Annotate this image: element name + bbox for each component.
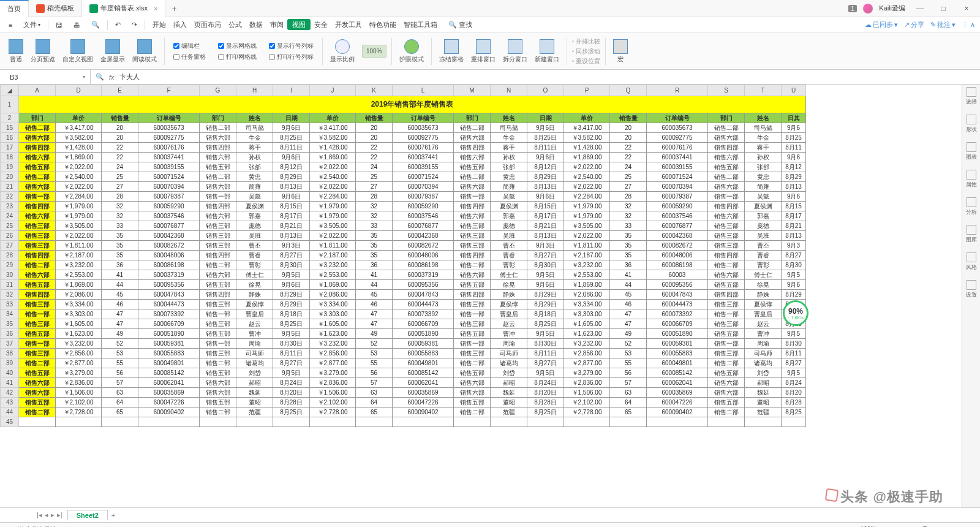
menu-item[interactable]: 视图 bbox=[287, 19, 311, 30]
data-cell[interactable]: ￥1,979.00 bbox=[310, 202, 356, 211]
data-cell[interactable]: 600049801 bbox=[138, 358, 200, 368]
data-cell[interactable]: ￥1,506.00 bbox=[310, 388, 356, 398]
data-cell[interactable]: 销售三部 bbox=[200, 300, 236, 309]
maximize-button[interactable]: □ bbox=[935, 4, 952, 13]
data-cell[interactable]: 销售二部 bbox=[19, 260, 56, 270]
header-cell[interactable]: 销售量 bbox=[356, 113, 393, 123]
data-cell[interactable]: 41 bbox=[102, 270, 138, 280]
data-cell[interactable]: 蒋干 bbox=[491, 143, 527, 153]
data-cell[interactable]: 8月18日 bbox=[527, 309, 564, 319]
data-cell[interactable]: ￥3,334.00 bbox=[56, 300, 102, 309]
data-cell[interactable]: ￥1,623.00 bbox=[310, 329, 356, 339]
data-cell[interactable]: 600070394 bbox=[647, 182, 708, 192]
data-cell[interactable]: 周瑜 bbox=[491, 339, 527, 349]
row-header[interactable]: 32 bbox=[1, 290, 19, 300]
data-cell[interactable]: 销售三部 bbox=[19, 319, 56, 329]
data-cell[interactable]: 销售六部 bbox=[19, 153, 56, 162]
data-cell[interactable]: 曹彰 bbox=[745, 260, 782, 270]
data-cell[interactable]: 夏侯渊 bbox=[745, 202, 782, 211]
row-header[interactable]: 15 bbox=[1, 123, 19, 133]
data-cell[interactable] bbox=[138, 417, 200, 427]
sheet-nav-prev[interactable]: ◂ bbox=[45, 511, 48, 519]
eye-protect[interactable]: 护眼模式 bbox=[397, 39, 426, 64]
data-cell[interactable]: 销售六部 bbox=[19, 270, 56, 280]
data-cell[interactable]: 司马师 bbox=[491, 349, 527, 358]
data-cell[interactable]: 600035673 bbox=[647, 123, 708, 133]
row-header[interactable]: 37 bbox=[1, 339, 19, 349]
row-header[interactable]: 21 bbox=[1, 182, 19, 192]
data-cell[interactable]: 55 bbox=[356, 358, 393, 368]
data-cell[interactable]: 32 bbox=[610, 202, 647, 211]
data-cell[interactable]: 9月5日 bbox=[273, 270, 310, 280]
data-cell[interactable]: 32 bbox=[102, 211, 138, 221]
preview-icon[interactable]: 🔍 bbox=[88, 20, 104, 30]
data-cell[interactable]: 8月25日 bbox=[527, 319, 564, 329]
data-cell[interactable]: 600049801 bbox=[647, 358, 708, 368]
data-cell[interactable]: 8月21 bbox=[782, 221, 806, 231]
data-cell[interactable]: ￥3,303.00 bbox=[564, 309, 610, 319]
data-cell[interactable]: 9月3日 bbox=[527, 241, 564, 251]
data-cell[interactable]: ￥1,811.00 bbox=[564, 241, 610, 251]
data-cell[interactable]: ￥2,284.00 bbox=[310, 192, 356, 202]
data-cell[interactable]: 销售六部 bbox=[454, 270, 491, 280]
data-cell[interactable] bbox=[610, 417, 647, 427]
data-cell[interactable]: 35 bbox=[610, 231, 647, 241]
data-cell[interactable]: 35 bbox=[356, 251, 393, 260]
data-cell[interactable]: 56 bbox=[356, 368, 393, 378]
data-cell[interactable]: 600055883 bbox=[138, 349, 200, 358]
data-cell[interactable]: 简雍 bbox=[491, 182, 527, 192]
header-cell[interactable]: 日期 bbox=[527, 113, 564, 123]
data-cell[interactable]: 销售一部 bbox=[200, 339, 236, 349]
data-cell[interactable]: 销售五部 bbox=[200, 368, 236, 378]
data-cell[interactable]: 9月5日 bbox=[273, 368, 310, 378]
column-header[interactable]: O bbox=[527, 85, 564, 96]
data-cell[interactable]: ￥2,022.00 bbox=[56, 231, 102, 241]
data-cell[interactable]: ￥1,428.00 bbox=[56, 143, 102, 153]
data-cell[interactable]: 司马师 bbox=[236, 349, 273, 358]
row-header[interactable]: 45 bbox=[1, 417, 19, 427]
data-cell[interactable]: ￥1,623.00 bbox=[56, 329, 102, 339]
data-cell[interactable]: 24 bbox=[102, 162, 138, 172]
data-cell[interactable]: 600076877 bbox=[393, 221, 454, 231]
window-button[interactable]: 冻结窗格 bbox=[437, 39, 466, 64]
data-cell[interactable]: 销售四部 bbox=[200, 202, 236, 211]
data-cell[interactable]: 44 bbox=[356, 280, 393, 290]
data-cell[interactable]: 49 bbox=[356, 329, 393, 339]
data-cell[interactable]: 600059381 bbox=[393, 339, 454, 349]
data-cell[interactable]: 47 bbox=[102, 309, 138, 319]
data-cell[interactable]: 刘岱 bbox=[745, 368, 782, 378]
data-cell[interactable]: 曹皇后 bbox=[745, 309, 782, 319]
data-cell[interactable]: ￥3,582.00 bbox=[564, 133, 610, 143]
data-cell[interactable]: ￥2,102.00 bbox=[56, 398, 102, 408]
data-cell[interactable]: 销售五部 bbox=[708, 368, 745, 378]
data-cell[interactable]: 600076176 bbox=[393, 143, 454, 153]
data-cell[interactable]: 8月20 bbox=[782, 388, 806, 398]
data-cell[interactable]: 销售三部 bbox=[708, 300, 745, 309]
data-cell[interactable]: 8月25 bbox=[782, 133, 806, 143]
data-cell[interactable]: 600079387 bbox=[138, 192, 200, 202]
data-cell[interactable]: ￥2,856.00 bbox=[56, 349, 102, 358]
data-cell[interactable]: 销售五部 bbox=[454, 280, 491, 290]
data-cell[interactable]: 600051890 bbox=[138, 329, 200, 339]
data-cell[interactable]: 600035673 bbox=[138, 123, 200, 133]
data-cell[interactable]: 销售二部 bbox=[200, 358, 236, 368]
data-cell[interactable]: 牛金 bbox=[745, 133, 782, 143]
data-cell[interactable]: ￥2,540.00 bbox=[310, 172, 356, 182]
data-cell[interactable]: ￥1,869.00 bbox=[310, 153, 356, 162]
data-cell[interactable]: 20 bbox=[102, 123, 138, 133]
data-cell[interactable]: ￥2,553.00 bbox=[564, 270, 610, 280]
row-header[interactable]: 39 bbox=[1, 358, 19, 368]
data-cell[interactable]: 销售三部 bbox=[200, 349, 236, 358]
row-header[interactable]: 27 bbox=[1, 241, 19, 251]
data-cell[interactable]: 57 bbox=[610, 378, 647, 388]
column-header[interactable]: G bbox=[200, 85, 236, 96]
window-button[interactable]: 拆分窗口 bbox=[500, 39, 530, 64]
data-cell[interactable]: ￥3,279.00 bbox=[564, 368, 610, 378]
data-cell[interactable]: 8月30日 bbox=[527, 260, 564, 270]
data-cell[interactable]: 600037441 bbox=[393, 153, 454, 162]
data-cell[interactable]: 8月27日 bbox=[273, 251, 310, 260]
data-cell[interactable]: 黄忠 bbox=[236, 172, 273, 182]
data-cell[interactable]: 32 bbox=[356, 211, 393, 221]
data-cell[interactable]: 600039155 bbox=[393, 162, 454, 172]
data-cell[interactable]: 张郃 bbox=[745, 162, 782, 172]
